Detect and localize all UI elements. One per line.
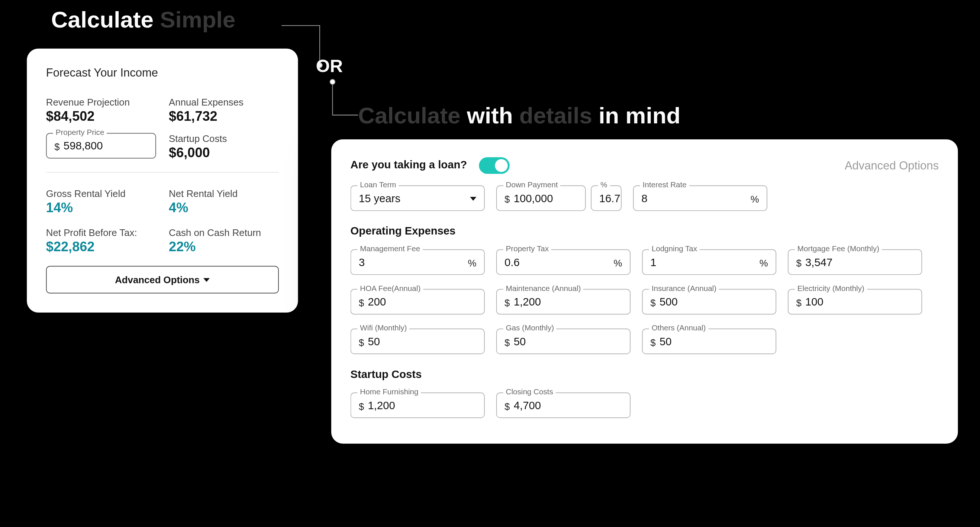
startup-costs-value: $6,000	[169, 145, 279, 160]
net-yield-value: 4%	[169, 200, 279, 215]
management-fee-input[interactable]: Management Fee 3 %	[351, 249, 485, 275]
others-input[interactable]: Others (Annual) $ 50	[642, 329, 776, 354]
advanced-options-label: Advanced Options	[845, 159, 939, 172]
revenue-value: $84,502	[46, 108, 156, 124]
field-label: Home Furnishing	[357, 387, 421, 396]
field-label: Wifi (Monthly)	[357, 323, 409, 332]
field-value: 50	[660, 336, 768, 348]
dollar-icon: $	[796, 257, 801, 268]
field-value: 15 years	[359, 192, 470, 205]
field-label: Interest Rate	[640, 180, 689, 189]
percent-icon: %	[614, 257, 622, 268]
property-tax-input[interactable]: Property Tax 0.6 %	[496, 249, 630, 275]
field-value: 598,800	[64, 140, 148, 153]
dollar-icon: $	[504, 193, 510, 204]
operating-expenses-heading: Operating Expenses	[351, 225, 939, 238]
field-label: Loan Term	[357, 180, 399, 189]
revenue-label: Revenue Projection	[46, 97, 156, 107]
dollar-icon: $	[504, 401, 510, 411]
startup-costs-heading: Startup Costs	[351, 368, 939, 381]
svg-point-1	[330, 79, 335, 84]
field-value: 1	[650, 256, 756, 269]
field-label: Insurance (Annual)	[649, 284, 719, 293]
lodging-tax-input[interactable]: Lodgning Tax 1 %	[642, 249, 776, 275]
advanced-options-card: Are you taking a loan? Advanced Options …	[331, 140, 958, 444]
expenses-value: $61,732	[169, 108, 279, 124]
heading-text: in mind	[598, 102, 680, 129]
field-value: 16.7	[599, 192, 613, 205]
advanced-options-button[interactable]: Advanced Options	[46, 266, 279, 294]
forecast-income-card: Forecast Your Income Revenue Projection …	[27, 49, 298, 313]
hoa-fee-input[interactable]: HOA Fee(Annual) $ 200	[351, 289, 485, 314]
down-payment-input[interactable]: Down Payment $ 100,000	[496, 186, 586, 211]
divider	[46, 172, 279, 173]
dollar-icon: $	[54, 141, 59, 152]
heading-text: Calculate	[51, 6, 160, 33]
percent-icon: %	[468, 257, 476, 268]
gas-input[interactable]: Gas (Monthly) $ 50	[496, 329, 630, 354]
mortgage-fee-input[interactable]: Mortgage Fee (Monthly) $ 3,547	[788, 249, 922, 275]
field-value: 50	[514, 336, 622, 348]
field-label: Down Payment	[503, 180, 561, 189]
heading-calculate-details: Calculate with details in mind	[358, 102, 680, 129]
down-payment-pct-input[interactable]: % 16.7	[591, 186, 622, 211]
dollar-icon: $	[359, 401, 364, 411]
field-value: 100	[805, 296, 914, 308]
chevron-down-icon	[204, 278, 210, 281]
field-label: Maintenance (Annual)	[503, 284, 584, 293]
interest-rate-input[interactable]: Interest Rate 8 %	[633, 186, 767, 211]
cash-return-label: Cash on Cash Return	[169, 227, 279, 238]
field-value: 1,200	[514, 296, 622, 308]
loan-term-select[interactable]: Loan Term 15 years	[351, 186, 485, 211]
heading-dim: details	[519, 102, 598, 129]
percent-icon: %	[751, 193, 759, 204]
field-label: Management Fee	[357, 244, 423, 253]
card-title: Forecast Your Income	[46, 67, 279, 80]
net-profit-label: Net Profit Before Tax:	[46, 227, 156, 238]
field-value: 100,000	[514, 192, 578, 205]
field-label: Mortgage Fee (Monthly)	[795, 244, 882, 253]
field-value: 1,200	[368, 400, 477, 412]
cash-return-value: 22%	[169, 239, 279, 254]
startup-costs-label: Startup Costs	[169, 133, 279, 144]
chevron-down-icon	[470, 197, 476, 201]
maintenance-input[interactable]: Maintenance (Annual) $ 1,200	[496, 289, 630, 314]
home-furnishing-input[interactable]: Home Furnishing $ 1,200	[351, 392, 485, 418]
field-label: Property Price	[53, 128, 107, 137]
dollar-icon: $	[796, 297, 801, 308]
heading-text: with	[467, 102, 519, 129]
field-label: HOA Fee(Annual)	[357, 284, 423, 293]
gross-yield-label: Gross Rental Yield	[46, 188, 156, 199]
insurance-input[interactable]: Insurance (Annual) $ 500	[642, 289, 776, 314]
field-value: 500	[660, 296, 768, 308]
dollar-icon: $	[650, 297, 655, 308]
field-value: 0.6	[504, 256, 610, 269]
loan-toggle[interactable]	[479, 157, 510, 174]
heading-dim: Calculate	[358, 102, 467, 129]
wifi-input[interactable]: Wifi (Monthly) $ 50	[351, 329, 485, 354]
dollar-icon: $	[359, 297, 364, 308]
field-label: Property Tax	[503, 244, 551, 253]
field-label: %	[598, 180, 610, 189]
closing-costs-input[interactable]: Closing Costs $ 4,700	[496, 392, 630, 418]
field-value: 3	[359, 256, 464, 269]
field-value: 4,700	[514, 400, 622, 412]
electricity-input[interactable]: Electricity (Monthly) $ 100	[788, 289, 922, 314]
dollar-icon: $	[504, 297, 510, 308]
gross-yield-value: 14%	[46, 200, 156, 215]
heading-dim: Simple	[160, 6, 235, 33]
field-label: Lodgning Tax	[649, 244, 700, 253]
field-value: 50	[368, 336, 477, 348]
or-label: OR	[316, 56, 343, 76]
dollar-icon: $	[650, 337, 655, 348]
field-value: 3,547	[805, 256, 914, 269]
property-price-input[interactable]: Property Price $ 598,800	[46, 133, 156, 159]
field-value: 8	[641, 192, 746, 205]
field-label: Electricity (Monthly)	[795, 284, 867, 293]
field-label: Gas (Monthly)	[503, 323, 557, 332]
net-profit-value: $22,862	[46, 239, 156, 254]
loan-question: Are you taking a loan?	[351, 159, 467, 171]
field-label: Closing Costs	[503, 387, 556, 396]
net-yield-label: Net Rental Yield	[169, 188, 279, 199]
dollar-icon: $	[504, 337, 510, 348]
